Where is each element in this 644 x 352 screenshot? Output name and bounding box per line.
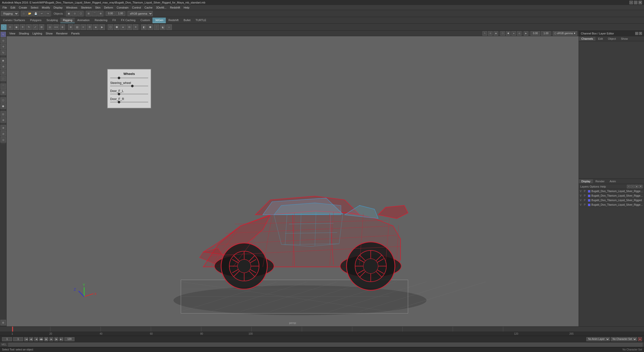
shelf-tab-sculpting[interactable]: Sculpting bbox=[44, 18, 60, 23]
menu-redshift[interactable]: Redshift bbox=[169, 6, 182, 10]
shelf-tab-fx[interactable]: FX bbox=[110, 18, 118, 23]
vp-select-mode[interactable]: ↖ bbox=[482, 31, 487, 36]
autokey-btn[interactable]: ● bbox=[638, 337, 642, 341]
layer-row-main[interactable]: V P Bugatti_Divo_Titanium_Liquid_Silver_… bbox=[579, 198, 644, 203]
layer-p1[interactable]: P bbox=[584, 190, 587, 193]
undo-btn[interactable]: ↩ bbox=[39, 11, 45, 16]
render-view-btn[interactable]: ▶ bbox=[99, 24, 105, 30]
scale-tool[interactable]: ⤢ bbox=[32, 24, 38, 30]
vp-paint[interactable]: ⊙ bbox=[488, 31, 493, 36]
menu-deform[interactable]: Deform bbox=[103, 6, 115, 10]
rotate-tool[interactable]: ↻ bbox=[26, 24, 32, 30]
relax-tool-left[interactable]: ⊛ bbox=[1, 64, 6, 69]
menu-cache[interactable]: Cache bbox=[143, 6, 154, 10]
soft-select[interactable]: ◎ bbox=[47, 24, 53, 30]
snap-curve-btn[interactable]: ⌒ bbox=[92, 11, 97, 16]
shelf-tab-rigging[interactable]: Rigging bbox=[60, 18, 75, 23]
anim-layer-dropdown[interactable]: No Anim Layer bbox=[586, 337, 610, 341]
snap-toggle[interactable]: ⊕ bbox=[60, 24, 65, 30]
move-tool[interactable]: ✛ bbox=[20, 24, 25, 30]
mode-dropdown[interactable]: Rigging bbox=[1, 11, 19, 16]
vp-wire-on-shade[interactable]: ◎ bbox=[517, 31, 521, 36]
menu-modify[interactable]: Modify bbox=[40, 6, 51, 10]
paint-btn[interactable]: ⬡ bbox=[78, 11, 84, 16]
pinch-tool-left[interactable]: ◌ bbox=[1, 76, 6, 81]
menu-constrain[interactable]: Constrain bbox=[115, 6, 130, 10]
shelf-tab-3dgen[interactable]: 3dGen bbox=[152, 18, 166, 23]
layer-v4[interactable]: V bbox=[580, 203, 583, 206]
ch-tab-show[interactable]: Show bbox=[618, 37, 630, 41]
gamma-display[interactable]: ⬡ sRGB gamma ▼ bbox=[553, 31, 577, 36]
dra-anim-tab[interactable]: Anim bbox=[607, 179, 618, 183]
menu-select[interactable]: Select bbox=[29, 6, 40, 10]
dra-dn[interactable]: ▼ bbox=[639, 185, 642, 188]
dra-display-tab[interactable]: Display bbox=[579, 179, 593, 183]
shelf-tab-turtle[interactable]: TURTLE bbox=[193, 18, 209, 23]
vp-renderer-menu[interactable]: Renderer bbox=[55, 31, 69, 35]
open-btn[interactable]: 📂 bbox=[27, 11, 32, 16]
bridge-tool-left[interactable]: ⬢ bbox=[1, 103, 6, 109]
menu-windows[interactable]: Windows bbox=[65, 6, 79, 10]
texture-btn[interactable]: ⊟ bbox=[127, 24, 132, 30]
light-btn[interactable]: ☀ bbox=[133, 24, 138, 30]
gamma-select[interactable]: sRGB gamma bbox=[128, 11, 153, 16]
play-back-btn[interactable]: ◀▶ bbox=[39, 337, 43, 341]
select-tool[interactable]: ↖ bbox=[1, 24, 7, 30]
snap-left[interactable]: ⊕ bbox=[1, 117, 6, 123]
shelf-tab-bullet[interactable]: Bullet bbox=[181, 18, 193, 23]
layer-row-bones[interactable]: V P Bugatti_Divo_Titanium_Liquid_Silver_… bbox=[579, 194, 644, 198]
timeline-track[interactable] bbox=[0, 326, 644, 332]
attr-editor-btn[interactable]: ≡ bbox=[80, 24, 86, 30]
make-live-left[interactable]: ◎ bbox=[1, 111, 6, 117]
translate-x-input[interactable] bbox=[106, 11, 115, 16]
shelf-tab-animation[interactable]: Animation bbox=[75, 18, 92, 23]
play-fwd-btn[interactable]: ▶ bbox=[44, 337, 48, 341]
menu-help[interactable]: Help bbox=[182, 6, 191, 10]
dra-new[interactable]: + bbox=[627, 185, 630, 188]
poly-tool-left[interactable]: ⬡ bbox=[1, 97, 6, 103]
vp-val2-input[interactable] bbox=[541, 31, 551, 36]
camera-btn[interactable]: ◧ bbox=[141, 24, 147, 30]
layer-p3[interactable]: P bbox=[584, 199, 587, 202]
dra-render-tab[interactable]: Render bbox=[593, 179, 607, 183]
snap-grid-btn[interactable]: ⊞ bbox=[86, 11, 91, 16]
panel-close-btn[interactable]: ✕ bbox=[639, 32, 642, 35]
maximize-button[interactable]: □ bbox=[634, 1, 637, 4]
next-mark[interactable]: ⊙ bbox=[1, 137, 6, 143]
layer-row-helpers[interactable]: V P Bugatti_Divo_Titanium_Liquid_Silver_… bbox=[579, 189, 644, 194]
menu-create[interactable]: Create bbox=[17, 6, 29, 10]
next-frame-btn[interactable]: ▶ bbox=[49, 337, 53, 341]
show-manipulator[interactable]: ⊗ bbox=[1, 125, 6, 130]
vp-lighting-menu[interactable]: Lighting bbox=[31, 31, 44, 35]
universal-manip[interactable]: ⊞ bbox=[39, 24, 44, 30]
shelf-tab-curves[interactable]: Curves / Surfaces bbox=[1, 18, 27, 23]
menu-3deall[interactable]: 3DeAll... bbox=[154, 6, 168, 10]
menu-skeleton[interactable]: Skeleton bbox=[79, 6, 93, 10]
wireframe-btn[interactable]: ⬢ bbox=[114, 24, 119, 30]
ik-btn[interactable]: ⋮ bbox=[154, 24, 159, 30]
go-end-btn[interactable]: ▶| bbox=[59, 337, 63, 341]
vp-xray[interactable]: ⬡ bbox=[500, 31, 505, 36]
rotate-tool-left[interactable]: ↻ bbox=[1, 50, 6, 55]
dra-del[interactable]: − bbox=[631, 185, 634, 188]
ch-tab-edit[interactable]: Edit bbox=[595, 37, 605, 41]
smooth-shade-btn[interactable]: ● bbox=[120, 24, 126, 30]
layer-row-controllers[interactable]: V P Bugatti_Divo_Titanium_Liquid_Silver_… bbox=[579, 203, 644, 207]
prev-mark[interactable]: ⊘ bbox=[1, 131, 6, 137]
redo-btn[interactable]: ↪ bbox=[45, 11, 51, 16]
shelf-tab-fxcaching[interactable]: FX Caching bbox=[118, 18, 138, 23]
joints-btn[interactable]: ⬟ bbox=[147, 24, 153, 30]
lasso-tool[interactable]: ⊙ bbox=[7, 24, 13, 30]
minimize-button[interactable]: − bbox=[629, 1, 633, 4]
vp-val1-input[interactable] bbox=[531, 31, 540, 36]
viewport-canvas[interactable]: Wheels Steering_wheel Door_F_L bbox=[7, 36, 579, 326]
ep-curve-left[interactable]: ⊞ bbox=[1, 90, 6, 95]
hypershade-btn[interactable]: ◈ bbox=[93, 24, 99, 30]
snap-point-btn[interactable]: ⊕ bbox=[98, 11, 103, 16]
layer-p2[interactable]: P bbox=[584, 194, 587, 197]
vp-playblast[interactable]: ▶ bbox=[524, 31, 528, 36]
go-start-btn[interactable]: |◀ bbox=[24, 337, 28, 341]
shelf-tab-polygons[interactable]: Polygons bbox=[27, 18, 44, 23]
save-btn[interactable]: 💾 bbox=[33, 11, 38, 16]
menu-display[interactable]: Display bbox=[52, 6, 64, 10]
